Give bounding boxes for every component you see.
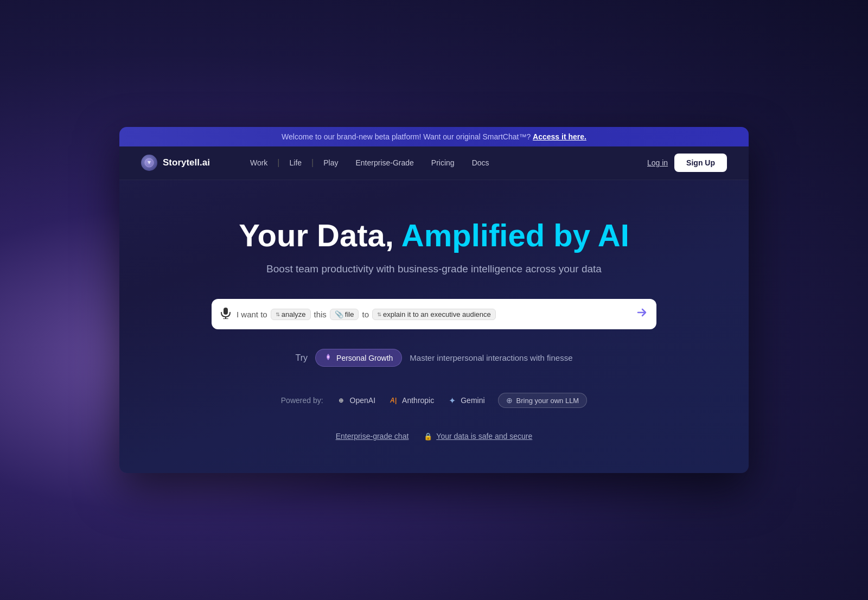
try-chip-personal-growth[interactable]: Personal Growth <box>315 349 402 367</box>
nav-sep-1: | <box>277 158 279 168</box>
try-label: Try <box>296 353 308 363</box>
search-bar: I want to ⇅ analyze this 📎 file to ⇅ exp… <box>212 299 656 329</box>
signup-button[interactable]: Sign Up <box>674 154 727 172</box>
nav-auth: Log in Sign Up <box>647 154 727 172</box>
try-section: Try Personal Growth Master interpersonal… <box>296 349 573 367</box>
anthropic-label: Anthropic <box>402 396 434 405</box>
hero-title: Your Data, Amplified by AI <box>239 218 629 253</box>
gemini-icon: ✦ <box>447 395 457 405</box>
svg-rect-1 <box>224 308 228 315</box>
login-button[interactable]: Log in <box>647 158 668 167</box>
banner-text: Welcome to our brand-new beta platform! … <box>282 132 531 141</box>
search-to: to <box>362 310 369 319</box>
logo-text: Storytell.ai <box>163 157 210 168</box>
secure-link-group: 🔒 Your data is safe and secure <box>424 432 532 441</box>
nav-play[interactable]: Play <box>316 154 346 171</box>
search-chip-explain[interactable]: ⇅ explain it to an executive audience <box>372 309 496 320</box>
search-chip-action[interactable]: ⇅ analyze <box>271 309 311 320</box>
powered-label: Powered by: <box>281 396 323 405</box>
search-this: this <box>314 310 327 319</box>
bottom-links: Enterprise-grade chat 🔒 Your data is saf… <box>336 432 533 441</box>
nav-life[interactable]: Life <box>282 154 310 171</box>
nav-sep-2: | <box>311 158 314 168</box>
powered-openai: ⊕ OpenAI <box>336 395 375 405</box>
svg-point-4 <box>327 356 329 358</box>
search-text: I want to ⇅ analyze this 📎 file to ⇅ exp… <box>237 309 630 320</box>
search-chip-file[interactable]: 📎 file <box>330 309 359 320</box>
banner-link[interactable]: Access it here. <box>533 132 586 141</box>
hero-subtitle: Boost team productivity with business-gr… <box>266 263 602 275</box>
openai-label: OpenAI <box>350 396 375 405</box>
try-description: Master interpersonal interactions with f… <box>410 353 572 362</box>
mic-icon[interactable] <box>220 307 231 322</box>
openai-icon: ⊕ <box>336 395 346 405</box>
nav-pricing[interactable]: Pricing <box>424 154 462 171</box>
byollm-icon: ⊕ <box>506 396 513 405</box>
nav-work[interactable]: Work <box>242 154 275 171</box>
app-window: Welcome to our brand-new beta platform! … <box>119 127 749 474</box>
logo-icon <box>141 155 157 171</box>
powered-anthropic: A| Anthropic <box>388 395 434 405</box>
hero-title-accent: Amplified by AI <box>401 218 629 253</box>
data-secure-link[interactable]: Your data is safe and secure <box>436 432 532 441</box>
banner: Welcome to our brand-new beta platform! … <box>119 127 749 146</box>
powered-gemini: ✦ Gemini <box>447 395 484 405</box>
hero-title-part1: Your Data, <box>239 218 401 253</box>
main-content: Your Data, Amplified by AI Boost team pr… <box>119 180 749 474</box>
try-chip-icon <box>324 353 332 362</box>
try-chip-label: Personal Growth <box>336 354 393 362</box>
lock-icon: 🔒 <box>424 432 432 441</box>
anthropic-icon: A| <box>388 395 398 405</box>
byollm-label: Bring your own LLM <box>516 397 579 405</box>
logo[interactable]: Storytell.ai <box>141 155 210 171</box>
navbar: Storytell.ai Work | Life | Play Enterpri… <box>119 146 749 180</box>
gemini-label: Gemini <box>461 396 484 405</box>
search-iwantto: I want to <box>237 310 267 319</box>
nav-docs[interactable]: Docs <box>464 154 497 171</box>
search-submit-button[interactable] <box>636 307 648 322</box>
powered-section: Powered by: ⊕ OpenAI A| Anthropic ✦ Gemi… <box>281 393 587 408</box>
byollm-button[interactable]: ⊕ Bring your own LLM <box>498 393 588 408</box>
nav-links: Work | Life | Play Enterprise-Grade Pric… <box>242 154 647 171</box>
enterprise-chat-link[interactable]: Enterprise-grade chat <box>336 432 409 441</box>
nav-enterprise[interactable]: Enterprise-Grade <box>348 154 421 171</box>
